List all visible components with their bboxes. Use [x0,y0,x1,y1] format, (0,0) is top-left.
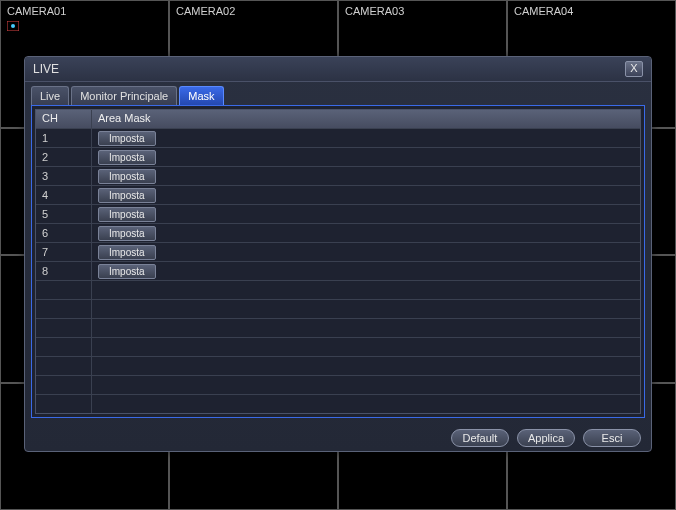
cell-ch: 1 [36,129,92,147]
table-row: 3Imposta [36,166,640,185]
cell-area [92,281,640,299]
cell-ch [36,300,92,318]
table-row: 7Imposta [36,242,640,261]
cell-area: Imposta [92,186,640,204]
cell-ch [36,395,92,413]
imposta-button[interactable]: Imposta [98,188,156,203]
dialog-footer: Default Applica Esci [25,424,651,451]
cell-ch [36,319,92,337]
cell-area [92,357,640,375]
cell-area: Imposta [92,243,640,261]
header-area: Area Mask [92,110,640,128]
cell-area [92,395,640,413]
titlebar: LIVE X [25,57,651,82]
table-row [36,375,640,394]
cell-area [92,319,640,337]
cell-ch: 7 [36,243,92,261]
apply-button[interactable]: Applica [517,429,575,447]
tab-mask[interactable]: Mask [179,86,223,105]
cell-ch: 5 [36,205,92,223]
cell-ch [36,357,92,375]
camera-label: CAMERA01 [7,5,66,17]
cell-area [92,376,640,394]
cell-ch: 4 [36,186,92,204]
imposta-button[interactable]: Imposta [98,245,156,260]
cell-area [92,300,640,318]
table-body: 1Imposta2Imposta3Imposta4Imposta5Imposta… [36,128,640,413]
tab-strip: LiveMonitor PrincipaleMask [25,82,651,105]
imposta-button[interactable]: Imposta [98,207,156,222]
imposta-button[interactable]: Imposta [98,150,156,165]
header-ch: CH [36,110,92,128]
cell-area: Imposta [92,148,640,166]
table-row: 8Imposta [36,261,640,280]
table-row: 6Imposta [36,223,640,242]
dialog-title: LIVE [33,62,59,76]
table-row: 5Imposta [36,204,640,223]
cell-ch [36,338,92,356]
cell-area: Imposta [92,167,640,185]
table-row: 4Imposta [36,185,640,204]
content-frame: CH Area Mask 1Imposta2Imposta3Imposta4Im… [31,105,645,418]
cell-ch: 6 [36,224,92,242]
cell-ch: 3 [36,167,92,185]
cell-area: Imposta [92,129,640,147]
svg-point-1 [11,24,15,28]
tab-monitor-principale[interactable]: Monitor Principale [71,86,177,105]
camera-label: CAMERA04 [514,5,573,17]
table-row [36,356,640,375]
cell-ch: 8 [36,262,92,280]
exit-button[interactable]: Esci [583,429,641,447]
cell-ch [36,281,92,299]
cell-ch [36,376,92,394]
tab-live[interactable]: Live [31,86,69,105]
cell-area: Imposta [92,224,640,242]
cell-ch: 2 [36,148,92,166]
table-row [36,318,640,337]
table-row: 1Imposta [36,128,640,147]
cell-area [92,338,640,356]
close-button[interactable]: X [625,61,643,77]
imposta-button[interactable]: Imposta [98,131,156,146]
mask-table: CH Area Mask 1Imposta2Imposta3Imposta4Im… [35,109,641,414]
imposta-button[interactable]: Imposta [98,226,156,241]
default-button[interactable]: Default [451,429,509,447]
imposta-button[interactable]: Imposta [98,264,156,279]
imposta-button[interactable]: Imposta [98,169,156,184]
table-header: CH Area Mask [36,110,640,128]
camera-label: CAMERA02 [176,5,235,17]
camera-label: CAMERA03 [345,5,404,17]
table-row [36,337,640,356]
table-row [36,394,640,413]
close-icon: X [630,62,637,74]
live-dialog: LIVE X LiveMonitor PrincipaleMask CH Are… [24,56,652,452]
table-row [36,299,640,318]
cell-area: Imposta [92,262,640,280]
table-row: 2Imposta [36,147,640,166]
cell-area: Imposta [92,205,640,223]
table-row [36,280,640,299]
record-icon [7,21,19,31]
